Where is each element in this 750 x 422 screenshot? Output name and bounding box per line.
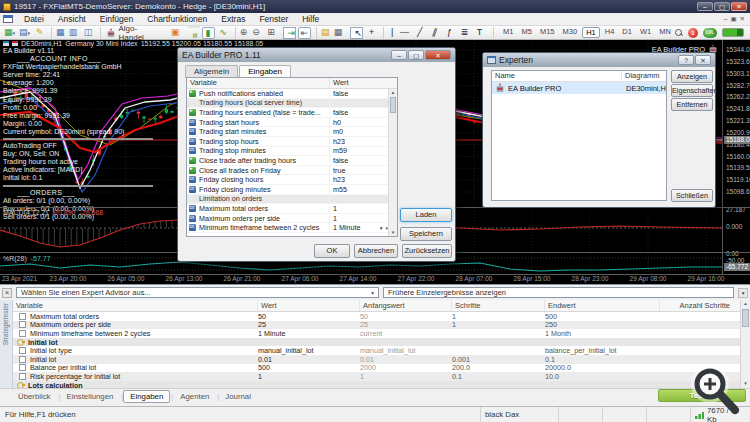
parameter-wert[interactable]: 1 Minute [258,329,360,338]
dialog-close-icon[interactable]: ✕ [695,55,711,65]
text-icon[interactable]: T [473,27,486,39]
experten-action-button[interactable]: Entfernen [671,98,713,111]
optimize-checkbox[interactable] [19,347,26,354]
scroll-up-icon[interactable]: ▲ [389,89,397,96]
column-header[interactable]: Endwert [545,300,660,311]
metaeditor-icon[interactable]: ✎ [33,27,46,39]
parameter-value[interactable]: h23 [333,137,345,146]
ok-button[interactable]: OK [314,244,350,258]
timeframe-button[interactable]: W1 [637,27,654,38]
optimize-checkbox[interactable] [19,364,26,371]
ea-dialog-titlebar[interactable]: EA Builder PRO 1.11 – ▢ ✕ [178,48,455,62]
channel-icon[interactable]: ∥ [426,25,442,41]
parameter-value[interactable]: m55 [333,185,347,194]
parameter-value[interactable]: m59 [333,146,347,155]
tester-tab[interactable]: Überblick [12,391,57,402]
parameter-row[interactable]: Limitation on orders ▾ [187,195,388,205]
parameters-table-header[interactable]: Variable Wert [187,78,397,89]
timeframe-button[interactable]: M30 [560,27,581,38]
column-header[interactable]: Wert [258,300,360,311]
cursor-icon[interactable]: ↖ [350,27,364,39]
tester-parameter-row[interactable]: Balance per initial lot 500 2000 200.0 2… [13,364,740,373]
column-diagramm[interactable]: Diagramm [622,71,666,81]
scroll-thumb[interactable] [390,97,396,113]
parameter-row[interactable]: Trading stop minutes m59 ▾ [187,147,388,157]
menu-item[interactable]: Fenster [252,13,295,26]
data-window-icon[interactable]: ▥ [67,27,80,39]
tile-windows-icon[interactable]: ⊞ [265,27,278,39]
horizontal-line-icon[interactable]: — [398,27,411,39]
expert-row[interactable]: EA Builder PRO DE30mini,H1 [492,82,666,94]
experten-action-button[interactable]: Eigenschaften [671,84,713,97]
parameter-endwert[interactable]: 1 Month [545,329,660,338]
abbrechen-button[interactable]: Abbrechen [354,244,398,258]
line-chart-icon[interactable]: ∿ [217,27,230,39]
parameter-row[interactable]: Push notifications enabled false ▾ [187,89,388,99]
parameter-row[interactable]: Friday closing hours h23 ▾ [187,175,388,185]
parameter-row[interactable]: Close trade after trading hours false ▾ [187,156,388,166]
dialog-help-icon[interactable]: ? [678,55,694,65]
maximize-icon[interactable]: ▢ [714,2,730,11]
expert-advisor-select[interactable]: Wählen Sie einen Expert Advisor aus... ▾ [16,287,379,298]
parameter-schritte[interactable]: 1 [452,320,545,329]
optimize-checkbox[interactable] [19,313,26,320]
child-close-icon[interactable]: ✕ [740,15,745,23]
parameter-endwert[interactable]: 10.0 [545,372,660,381]
tester-parameter-row[interactable]: Initial lot [13,338,740,347]
tester-parameter-row[interactable]: Maximum orders per side 25 25 1 250 [13,321,740,330]
new-order-icon[interactable]: ▦ [3,27,16,39]
timeframe-button[interactable]: M15 [537,27,558,38]
parameter-value[interactable]: false [333,156,348,165]
timeframe-button[interactable]: M1 [500,27,516,38]
parameter-row[interactable]: Maximum total orders 1 ▾ [187,204,388,214]
timeframe-button[interactable]: H4 [602,27,618,38]
menu-item[interactable]: Datei [17,13,51,26]
column-header[interactable]: Variable [13,300,258,311]
tester-parameter-row[interactable]: Initial lot 0.01 0.01 0.001 0.1 [13,355,740,364]
parameter-value[interactable]: false [333,89,348,98]
parameter-value[interactable]: 1 Minute [333,223,361,232]
parameter-value[interactable]: false [333,108,348,117]
optimize-checkbox[interactable] [19,356,26,363]
parameter-value[interactable]: h0 [333,118,341,127]
parameter-row[interactable]: Trading start minutes m0 ▾ [187,127,388,137]
parameter-anfangswert[interactable]: 1 [360,372,452,381]
tester-parameter-row[interactable]: Risk percentage for initial lot 1 1 0.1 … [13,372,740,381]
tester-tab[interactable]: Einstellungen [61,391,120,402]
toolbox-icon[interactable]: ▣ [169,27,182,39]
column-header[interactable]: Anfangswert [360,300,452,311]
search-icon[interactable] [675,29,683,37]
parameter-value[interactable]: m0 [333,127,343,136]
timeframe-button[interactable]: D1 [619,27,635,38]
chart-shift-icon[interactable]: ⇤ [298,27,311,39]
optimize-checkbox[interactable] [19,330,26,337]
optimize-checkbox[interactable] [19,373,26,380]
experten-action-button[interactable]: Anzeigen [671,70,713,83]
fibonacci-icon[interactable]: ƒ [443,27,456,39]
crosshair-icon[interactable]: + [365,27,378,39]
zoom-in-icon[interactable]: ⊕ [235,27,248,39]
save-icon[interactable]: ▦ [332,27,345,39]
scroll-up-icon[interactable]: ▲ [741,300,750,308]
autoscroll-icon[interactable]: ⇥ [283,27,297,39]
panel-close-icon[interactable]: × [2,288,12,298]
notification-badge[interactable]: 1 [688,28,698,38]
menu-item[interactable]: Hilfe [295,13,326,26]
optimize-checkbox[interactable] [19,321,26,328]
parameter-row[interactable]: Trading start hours h0 ▾ [187,118,388,128]
experten-dialog-titlebar[interactable]: Experten ? ✕ [483,53,715,67]
parameter-value[interactable]: h23 [333,175,345,184]
parameter-row[interactable]: Friday closing minutes m55 ▾ [187,185,388,195]
bar-chart-icon[interactable]: ≡ [187,26,199,39]
parameter-value[interactable]: 1 [333,204,337,213]
tester-parameter-row[interactable]: Maximum total orders 50 50 1 500 [13,312,740,321]
column-header[interactable]: Schritte [452,300,545,311]
timeframe-button[interactable]: M5 [519,27,535,38]
dialog-minimize-icon[interactable]: – [391,50,407,60]
vertical-line-icon[interactable]: | [383,27,396,39]
parameter-value[interactable]: 1 [333,214,337,223]
zoom-out-icon[interactable]: ⊖ [250,27,263,39]
parameter-row[interactable]: Trading hours (local server time) ▾ [187,99,388,109]
price-scale[interactable]: 15344.0515323.6015303.1515282.7015262.25… [722,40,750,274]
parameter-row[interactable]: Trading hours enabled (false = trade... … [187,108,388,118]
